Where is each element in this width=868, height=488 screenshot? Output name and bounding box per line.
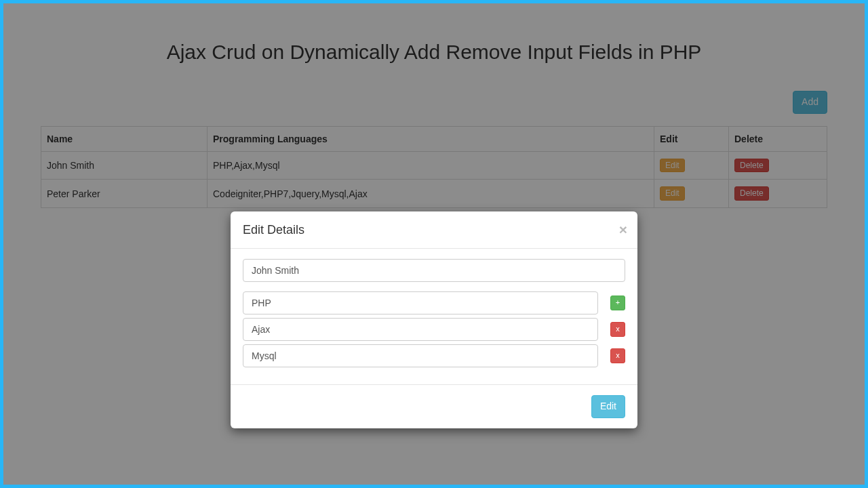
language-input[interactable] [243, 291, 598, 314]
language-input[interactable] [243, 344, 598, 367]
edit-modal: Edit Details × + x x Edit [231, 211, 637, 428]
submit-edit-button[interactable]: Edit [591, 395, 625, 418]
modal-title: Edit Details [243, 223, 304, 237]
close-icon[interactable]: × [619, 222, 627, 238]
add-field-button[interactable]: + [610, 296, 625, 310]
language-input[interactable] [243, 318, 598, 341]
remove-field-button[interactable]: x [610, 322, 625, 336]
remove-field-button[interactable]: x [610, 348, 625, 363]
name-input[interactable] [243, 259, 625, 282]
